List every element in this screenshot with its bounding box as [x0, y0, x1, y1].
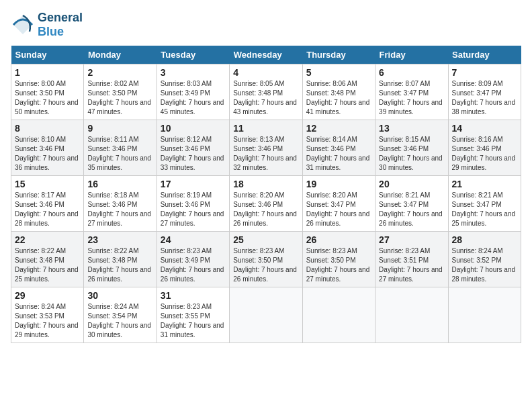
- day-detail: Sunrise: 8:21 AMSunset: 3:47 PMDaylight:…: [379, 191, 443, 227]
- day-number: 12: [306, 123, 371, 134]
- day-detail: Sunrise: 8:09 AMSunset: 3:47 PMDaylight:…: [452, 80, 516, 116]
- logo-icon: [11, 13, 35, 37]
- logo-text-blue: Blue: [38, 25, 64, 38]
- day-detail: Sunrise: 8:02 AMSunset: 3:50 PMDaylight:…: [87, 80, 151, 116]
- day-detail: Sunrise: 8:23 AMSunset: 3:50 PMDaylight:…: [306, 247, 370, 283]
- calendar-cell: 10Sunrise: 8:12 AMSunset: 3:46 PMDayligh…: [157, 120, 229, 176]
- day-number: 11: [233, 123, 298, 134]
- calendar-cell: 4Sunrise: 8:05 AMSunset: 3:48 PMDaylight…: [230, 64, 302, 120]
- day-detail: Sunrise: 8:24 AMSunset: 3:53 PMDaylight:…: [15, 303, 79, 338]
- day-detail: Sunrise: 8:13 AMSunset: 3:46 PMDaylight:…: [233, 136, 297, 171]
- day-number: 5: [306, 67, 371, 78]
- day-detail: Sunrise: 8:00 AMSunset: 3:50 PMDaylight:…: [15, 80, 79, 116]
- header-sunday: Sunday: [11, 46, 84, 64]
- day-detail: Sunrise: 8:14 AMSunset: 3:46 PMDaylight:…: [306, 136, 370, 171]
- calendar-cell: 5Sunrise: 8:06 AMSunset: 3:48 PMDaylight…: [302, 64, 375, 120]
- day-number: 28: [452, 234, 517, 245]
- calendar-cell: 6Sunrise: 8:07 AMSunset: 3:47 PMDaylight…: [375, 64, 448, 120]
- day-number: 29: [15, 290, 80, 301]
- calendar-cell: [230, 287, 302, 343]
- calendar-table: SundayMondayTuesdayWednesdayThursdayFrid…: [11, 46, 521, 343]
- calendar-cell: 18Sunrise: 8:20 AMSunset: 3:46 PMDayligh…: [230, 176, 302, 232]
- day-number: 31: [161, 290, 226, 301]
- calendar-cell: 12Sunrise: 8:14 AMSunset: 3:46 PMDayligh…: [302, 120, 375, 176]
- calendar-cell: 30Sunrise: 8:24 AMSunset: 3:54 PMDayligh…: [84, 287, 157, 343]
- day-number: 10: [161, 123, 226, 134]
- day-detail: Sunrise: 8:07 AMSunset: 3:47 PMDaylight:…: [379, 80, 443, 116]
- calendar-week-row: 8Sunrise: 8:10 AMSunset: 3:46 PMDaylight…: [11, 120, 521, 176]
- day-detail: Sunrise: 8:21 AMSunset: 3:47 PMDaylight:…: [452, 191, 516, 227]
- header-monday: Monday: [84, 46, 157, 64]
- calendar-cell: 28Sunrise: 8:24 AMSunset: 3:52 PMDayligh…: [448, 232, 521, 287]
- calendar-cell: [448, 287, 521, 343]
- day-number: 26: [306, 234, 371, 245]
- day-detail: Sunrise: 8:23 AMSunset: 3:51 PMDaylight:…: [379, 247, 443, 283]
- day-detail: Sunrise: 8:05 AMSunset: 3:48 PMDaylight:…: [233, 80, 297, 116]
- day-detail: Sunrise: 8:20 AMSunset: 3:46 PMDaylight:…: [233, 191, 297, 227]
- calendar-cell: [302, 287, 375, 343]
- logo-text-general: General: [38, 11, 83, 24]
- day-number: 22: [15, 234, 80, 245]
- calendar-cell: 13Sunrise: 8:15 AMSunset: 3:46 PMDayligh…: [375, 120, 448, 176]
- day-number: 13: [379, 123, 444, 134]
- calendar-cell: 15Sunrise: 8:17 AMSunset: 3:46 PMDayligh…: [11, 176, 84, 232]
- header-thursday: Thursday: [302, 46, 375, 64]
- calendar-cell: 16Sunrise: 8:18 AMSunset: 3:46 PMDayligh…: [84, 176, 157, 232]
- day-detail: Sunrise: 8:11 AMSunset: 3:46 PMDaylight:…: [87, 136, 151, 171]
- day-number: 4: [233, 67, 298, 78]
- calendar-cell: 24Sunrise: 8:23 AMSunset: 3:49 PMDayligh…: [157, 232, 229, 287]
- calendar-cell: 21Sunrise: 8:21 AMSunset: 3:47 PMDayligh…: [448, 176, 521, 232]
- day-detail: Sunrise: 8:16 AMSunset: 3:46 PMDaylight:…: [452, 136, 516, 171]
- day-detail: Sunrise: 8:06 AMSunset: 3:48 PMDaylight:…: [306, 80, 370, 116]
- calendar-cell: 19Sunrise: 8:20 AMSunset: 3:47 PMDayligh…: [302, 176, 375, 232]
- page-header: General Blue: [11, 11, 521, 39]
- day-number: 30: [87, 290, 152, 301]
- day-detail: Sunrise: 8:10 AMSunset: 3:46 PMDaylight:…: [15, 136, 79, 171]
- calendar-cell: 26Sunrise: 8:23 AMSunset: 3:50 PMDayligh…: [302, 232, 375, 287]
- calendar-cell: 9Sunrise: 8:11 AMSunset: 3:46 PMDaylight…: [84, 120, 157, 176]
- day-detail: Sunrise: 8:22 AMSunset: 3:48 PMDaylight:…: [15, 247, 79, 283]
- day-number: 14: [452, 123, 517, 134]
- calendar-week-row: 1Sunrise: 8:00 AMSunset: 3:50 PMDaylight…: [11, 64, 521, 120]
- day-detail: Sunrise: 8:23 AMSunset: 3:50 PMDaylight:…: [233, 247, 297, 283]
- calendar-week-row: 22Sunrise: 8:22 AMSunset: 3:48 PMDayligh…: [11, 232, 521, 287]
- calendar-cell: 31Sunrise: 8:23 AMSunset: 3:55 PMDayligh…: [157, 287, 229, 343]
- day-number: 16: [87, 179, 152, 189]
- calendar-cell: 1Sunrise: 8:00 AMSunset: 3:50 PMDaylight…: [11, 64, 84, 120]
- header-saturday: Saturday: [448, 46, 521, 64]
- calendar-cell: 2Sunrise: 8:02 AMSunset: 3:50 PMDaylight…: [84, 64, 157, 120]
- day-detail: Sunrise: 8:24 AMSunset: 3:54 PMDaylight:…: [87, 303, 151, 338]
- calendar-header-row: SundayMondayTuesdayWednesdayThursdayFrid…: [11, 46, 521, 64]
- day-detail: Sunrise: 8:18 AMSunset: 3:46 PMDaylight:…: [87, 191, 151, 227]
- calendar-cell: 8Sunrise: 8:10 AMSunset: 3:46 PMDaylight…: [11, 120, 84, 176]
- calendar-cell: 27Sunrise: 8:23 AMSunset: 3:51 PMDayligh…: [375, 232, 448, 287]
- day-number: 20: [379, 179, 444, 189]
- day-number: 9: [87, 123, 152, 134]
- day-number: 27: [379, 234, 444, 245]
- calendar-cell: 7Sunrise: 8:09 AMSunset: 3:47 PMDaylight…: [448, 64, 521, 120]
- day-number: 17: [161, 179, 226, 189]
- day-number: 7: [452, 67, 517, 78]
- day-detail: Sunrise: 8:23 AMSunset: 3:49 PMDaylight:…: [161, 247, 224, 283]
- day-detail: Sunrise: 8:22 AMSunset: 3:48 PMDaylight:…: [87, 247, 151, 283]
- calendar-cell: 11Sunrise: 8:13 AMSunset: 3:46 PMDayligh…: [230, 120, 302, 176]
- day-number: 1: [15, 67, 80, 78]
- calendar-cell: 3Sunrise: 8:03 AMSunset: 3:49 PMDaylight…: [157, 64, 229, 120]
- day-number: 23: [87, 234, 152, 245]
- day-number: 19: [306, 179, 371, 189]
- day-number: 21: [452, 179, 517, 189]
- day-number: 25: [233, 234, 298, 245]
- day-detail: Sunrise: 8:24 AMSunset: 3:52 PMDaylight:…: [452, 247, 516, 283]
- day-number: 18: [233, 179, 298, 189]
- calendar-cell: [375, 287, 448, 343]
- day-number: 6: [379, 67, 444, 78]
- header-friday: Friday: [375, 46, 448, 64]
- day-number: 2: [87, 67, 152, 78]
- day-detail: Sunrise: 8:23 AMSunset: 3:55 PMDaylight:…: [161, 303, 224, 338]
- day-detail: Sunrise: 8:03 AMSunset: 3:49 PMDaylight:…: [161, 80, 224, 116]
- day-number: 3: [161, 67, 226, 78]
- calendar-cell: 14Sunrise: 8:16 AMSunset: 3:46 PMDayligh…: [448, 120, 521, 176]
- calendar-week-row: 15Sunrise: 8:17 AMSunset: 3:46 PMDayligh…: [11, 176, 521, 232]
- day-detail: Sunrise: 8:19 AMSunset: 3:46 PMDaylight:…: [161, 191, 224, 227]
- day-number: 24: [161, 234, 226, 245]
